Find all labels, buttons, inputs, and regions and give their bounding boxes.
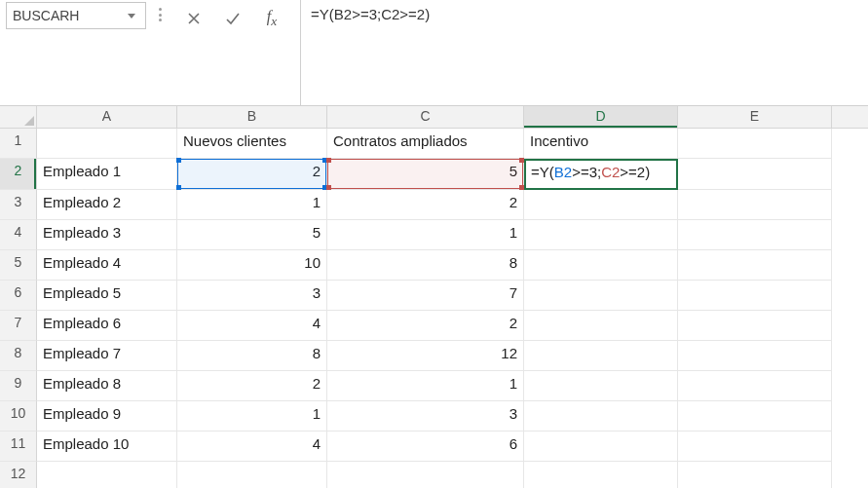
row-header-6[interactable]: 6 xyxy=(0,281,37,311)
name-box[interactable]: BUSCARH xyxy=(6,2,146,29)
row-header-8[interactable]: 8 xyxy=(0,341,37,371)
cell-D5[interactable] xyxy=(524,250,678,281)
cell-C9[interactable]: 1 xyxy=(327,371,524,401)
formula-bar-expand-handle[interactable] xyxy=(146,0,175,21)
cell-A6[interactable]: Empleado 5 xyxy=(37,281,177,311)
cell-C8[interactable]: 12 xyxy=(327,341,524,371)
cell-C2[interactable]: 5 xyxy=(327,159,524,190)
formula-bar: BUSCARH fx =Y(B2>=3;C2>=2) xyxy=(0,0,868,106)
cell-B10[interactable]: 1 xyxy=(177,401,327,432)
cell-A3[interactable]: Empleado 2 xyxy=(37,190,177,220)
insert-function-button[interactable]: fx xyxy=(261,8,283,29)
cell-B8[interactable]: 8 xyxy=(177,341,327,371)
cell-A10[interactable]: Empleado 9 xyxy=(37,401,177,432)
cell-C2-value: 5 xyxy=(509,163,517,179)
cell-B6[interactable]: 3 xyxy=(177,281,327,311)
row-header-7[interactable]: 7 xyxy=(0,311,37,341)
cell-A2[interactable]: Empleado 1 xyxy=(37,159,177,190)
cell-C3[interactable]: 2 xyxy=(327,190,524,220)
cell-A5[interactable]: Empleado 4 xyxy=(37,250,177,281)
cell-E3[interactable] xyxy=(678,190,832,220)
cell-C6[interactable]: 7 xyxy=(327,281,524,311)
select-all-cell[interactable] xyxy=(0,106,37,128)
cell-E12[interactable] xyxy=(678,462,832,488)
spreadsheet-grid[interactable]: A B C D E 1 Nuevos clientes Contratos am… xyxy=(0,106,868,488)
cell-D1[interactable]: Incentivo xyxy=(524,129,678,159)
row-header-3[interactable]: 3 xyxy=(0,190,37,220)
cell-E7[interactable] xyxy=(678,311,832,341)
cell-C10[interactable]: 3 xyxy=(327,401,524,432)
cell-D11[interactable] xyxy=(524,432,678,462)
cell-D4[interactable] xyxy=(524,220,678,250)
cell-B12[interactable] xyxy=(177,462,327,488)
column-headers: A B C D E xyxy=(0,106,868,129)
fx-icon: fx xyxy=(267,8,277,29)
cell-C7[interactable]: 2 xyxy=(327,311,524,341)
chevron-down-icon[interactable] xyxy=(128,14,135,19)
cell-A12[interactable] xyxy=(37,462,177,488)
check-icon xyxy=(225,12,241,25)
row-header-9[interactable]: 9 xyxy=(0,371,37,401)
cell-B3[interactable]: 1 xyxy=(177,190,327,220)
cell-A1[interactable] xyxy=(37,129,177,159)
cell-E10[interactable] xyxy=(678,401,832,432)
cancel-button[interactable] xyxy=(183,8,205,29)
cell-D2-editor: =Y(B2>=3;C2>=2) xyxy=(531,164,650,180)
x-icon xyxy=(187,12,201,25)
formula-bar-buttons: fx xyxy=(175,0,290,31)
cell-E4[interactable] xyxy=(678,220,832,250)
row-header-2[interactable]: 2 xyxy=(0,159,37,190)
cell-C12[interactable] xyxy=(327,462,524,488)
cell-E6[interactable] xyxy=(678,281,832,311)
cell-E1[interactable] xyxy=(678,129,832,159)
row-header-10[interactable]: 10 xyxy=(0,401,37,432)
col-header-A[interactable]: A xyxy=(37,106,177,128)
cell-D9[interactable] xyxy=(524,371,678,401)
cell-A4[interactable]: Empleado 3 xyxy=(37,220,177,250)
row-header-4[interactable]: 4 xyxy=(0,220,37,250)
cell-B4[interactable]: 5 xyxy=(177,220,327,250)
row-header-5[interactable]: 5 xyxy=(0,250,37,281)
cell-C11[interactable]: 6 xyxy=(327,432,524,462)
cell-C1[interactable]: Contratos ampliados xyxy=(327,129,524,159)
formula-input[interactable]: =Y(B2>=3;C2>=2) xyxy=(300,0,868,105)
cell-E5[interactable] xyxy=(678,250,832,281)
col-header-C[interactable]: C xyxy=(327,106,524,128)
col-header-D[interactable]: D xyxy=(524,106,678,128)
name-box-text: BUSCARH xyxy=(13,8,124,23)
cell-C5[interactable]: 8 xyxy=(327,250,524,281)
cell-E11[interactable] xyxy=(678,432,832,462)
range-highlight-C2 xyxy=(327,159,523,189)
cell-D10[interactable] xyxy=(524,401,678,432)
cell-B1[interactable]: Nuevos clientes xyxy=(177,129,327,159)
cell-D3[interactable] xyxy=(524,190,678,220)
cell-A7[interactable]: Empleado 6 xyxy=(37,311,177,341)
cell-E9[interactable] xyxy=(678,371,832,401)
cell-D8[interactable] xyxy=(524,341,678,371)
cell-D6[interactable] xyxy=(524,281,678,311)
grid-body: 1 Nuevos clientes Contratos ampliados In… xyxy=(0,129,868,488)
cell-D12[interactable] xyxy=(524,462,678,488)
cell-B2[interactable]: 2 xyxy=(177,159,327,190)
cell-A11[interactable]: Empleado 10 xyxy=(37,432,177,462)
col-header-E[interactable]: E xyxy=(678,106,832,128)
cell-B7[interactable]: 4 xyxy=(177,311,327,341)
cell-D7[interactable] xyxy=(524,311,678,341)
row-header-1[interactable]: 1 xyxy=(0,129,37,159)
col-header-B[interactable]: B xyxy=(177,106,327,128)
cell-A8[interactable]: Empleado 7 xyxy=(37,341,177,371)
cell-C4[interactable]: 1 xyxy=(327,220,524,250)
cell-B2-value: 2 xyxy=(313,163,321,179)
range-highlight-B2 xyxy=(177,159,326,189)
cell-B5[interactable]: 10 xyxy=(177,250,327,281)
enter-button[interactable] xyxy=(222,8,244,29)
cell-B11[interactable]: 4 xyxy=(177,432,327,462)
cell-E2[interactable] xyxy=(678,159,832,190)
row-header-12[interactable]: 12 xyxy=(0,462,37,488)
cell-E8[interactable] xyxy=(678,341,832,371)
cell-D2[interactable]: =Y(B2>=3;C2>=2) xyxy=(524,159,678,190)
formula-text: =Y(B2>=3;C2>=2) xyxy=(311,6,430,22)
row-header-11[interactable]: 11 xyxy=(0,432,37,462)
cell-A9[interactable]: Empleado 8 xyxy=(37,371,177,401)
cell-B9[interactable]: 2 xyxy=(177,371,327,401)
